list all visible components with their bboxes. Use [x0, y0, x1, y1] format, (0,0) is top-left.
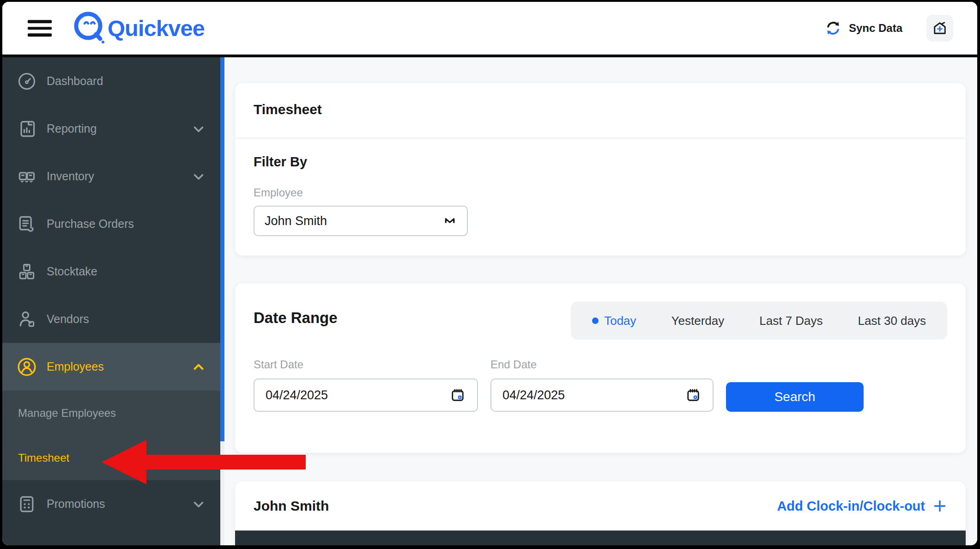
start-date-label: Start Date [254, 358, 478, 371]
sidebar-item-label: Inventory [47, 170, 94, 183]
calendar-icon[interactable] [449, 387, 466, 403]
range-option-label: Yesterday [671, 314, 725, 328]
sidebar-item-employees[interactable]: Employees [2, 343, 220, 390]
hamburger-menu-icon[interactable] [28, 20, 52, 37]
date-range-title: Date Range [254, 309, 338, 327]
logo-text: Quickvee [108, 15, 205, 41]
timesheet-card-header: Timesheet [235, 83, 966, 139]
radio-selected-icon [592, 317, 599, 324]
range-option-yesterday[interactable]: Yesterday [671, 314, 725, 328]
sidebar-item-label: Reporting [47, 122, 97, 135]
calendar-icon[interactable] [685, 387, 702, 403]
date-range-card: Date Range Today Yesterday [235, 283, 966, 453]
sync-arrows-icon [824, 19, 842, 37]
app-window: Quickvee Sync Data [0, 0, 980, 549]
range-option-last-7-days[interactable]: Last 7 Days [759, 314, 823, 328]
topbar-actions: Sync Data [824, 15, 953, 42]
submenu-item-manage-employees[interactable]: Manage Employees [2, 390, 220, 435]
inventory-boxes-icon [16, 166, 37, 187]
plus-icon [932, 499, 947, 513]
promo-grid-icon [16, 494, 37, 514]
store-account-button[interactable] [926, 15, 953, 42]
add-clockin-clockout-link[interactable]: Add Clock-in/Clock-out [777, 499, 947, 514]
content-scrollbar[interactable] [220, 57, 224, 545]
start-date-input[interactable]: 04/24/2025 [254, 378, 478, 412]
filter-by-heading: Filter By [254, 154, 947, 170]
dropdown-caret-icon [443, 214, 457, 228]
range-option-label: Last 30 days [858, 314, 926, 328]
end-date-value: 04/24/2025 [502, 388, 565, 403]
quick-range-group: Today Yesterday Last 7 Days Last 30 days [571, 302, 947, 340]
submenu-item-timesheet[interactable]: Timesheet [2, 435, 220, 480]
sync-data-button[interactable]: Sync Data [824, 19, 902, 37]
submenu-item-label: Timesheet [18, 451, 69, 464]
chevron-down-icon [191, 169, 206, 184]
timesheet-filter-card: Timesheet Filter By Employee John Smith [235, 83, 966, 256]
quickvee-logo[interactable]: Quickvee [71, 8, 205, 48]
chevron-down-icon [191, 496, 206, 512]
end-date-label: End Date [490, 358, 714, 371]
range-option-last-30-days[interactable]: Last 30 days [858, 314, 926, 328]
sidebar-item-label: Stocktake [47, 265, 97, 278]
end-date-input[interactable]: 04/24/2025 [490, 378, 714, 412]
sidebar-item-label: Dashboard [47, 74, 103, 88]
page-title: Timesheet [254, 102, 947, 117]
speedometer-icon [16, 71, 37, 92]
sidebar-item-dashboard[interactable]: Dashboard [2, 57, 220, 105]
chevron-down-icon [191, 121, 206, 137]
add-clockin-clockout-label: Add Clock-in/Clock-out [777, 499, 925, 514]
range-option-label: Last 7 Days [759, 314, 823, 328]
range-option-today[interactable]: Today [592, 314, 636, 328]
person-circle-icon [16, 356, 37, 378]
employee-select[interactable]: John Smith [254, 206, 468, 236]
employee-name-heading: John Smith [254, 498, 329, 514]
sync-data-label: Sync Data [849, 22, 902, 35]
sidebar-item-label: Purchase Orders [47, 217, 134, 231]
store-icon [932, 20, 948, 37]
scrollbar-thumb[interactable] [220, 57, 224, 441]
sidebar-item-label: Vendors [47, 312, 89, 326]
search-button[interactable]: Search [726, 382, 864, 412]
main-content: Timesheet Filter By Employee John Smith [224, 57, 977, 545]
employee-field-label: Employee [254, 186, 947, 199]
employee-timesheet-card: John Smith Add Clock-in/Clock-out [235, 482, 966, 545]
timesheet-table-header-bar [235, 531, 966, 545]
start-date-value: 04/24/2025 [266, 388, 328, 403]
report-file-icon [16, 119, 37, 139]
sidebar-item-inventory[interactable]: Inventory [2, 152, 220, 200]
submenu-item-label: Manage Employees [18, 407, 116, 420]
sidebar-item-label: Promotions [47, 497, 105, 511]
chevron-up-icon [191, 359, 206, 375]
sidebar-item-vendors[interactable]: Vendors [2, 295, 220, 343]
sidebar-item-promotions[interactable]: Promotions [2, 480, 220, 528]
range-option-label: Today [604, 314, 636, 328]
sidebar-item-stocktake[interactable]: Stocktake [2, 248, 220, 295]
sidebar-item-reporting[interactable]: Reporting [2, 105, 220, 152]
sidebar-item-purchase-orders[interactable]: Purchase Orders [2, 200, 220, 248]
sidebar-nav: Dashboard Reporting Inventory [2, 57, 220, 545]
receipt-icon [16, 214, 37, 234]
vendor-person-icon [16, 309, 37, 329]
stacked-boxes-icon [16, 262, 37, 282]
logo-magnifier-q-icon [71, 8, 110, 48]
employees-submenu: Manage Employees Timesheet [2, 390, 220, 480]
employee-select-value: John Smith [265, 214, 327, 228]
top-bar: Quickvee Sync Data [2, 2, 977, 55]
browser-viewport: Quickvee Sync Data [2, 2, 977, 545]
sidebar-item-label: Employees [47, 360, 104, 373]
